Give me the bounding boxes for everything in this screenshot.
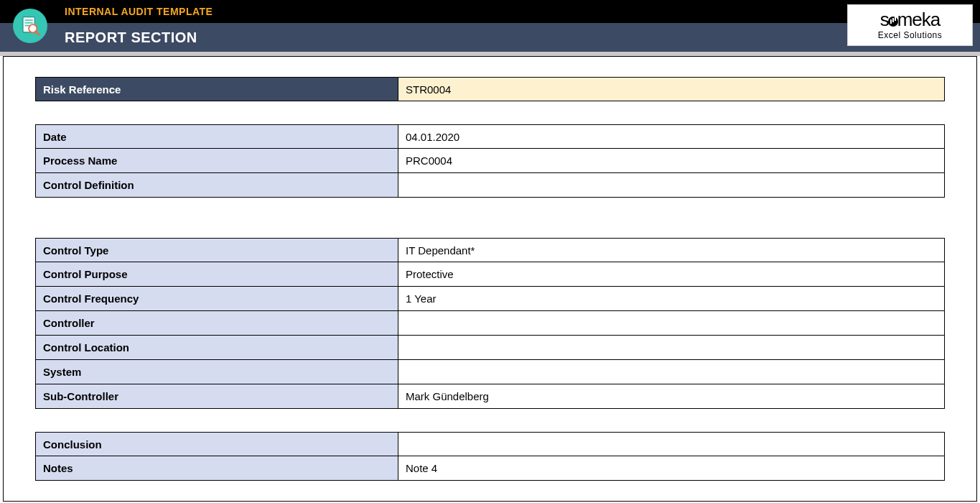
value-control-location[interactable] <box>398 336 944 359</box>
label-control-purpose: Control Purpose <box>36 262 398 286</box>
document-search-icon <box>13 9 47 43</box>
label-date: Date <box>36 125 398 148</box>
section-title: REPORT SECTION <box>65 29 197 46</box>
label-control-definition: Control Definition <box>36 173 398 197</box>
group-general: Date04.01.2020Process NamePRC0004Control… <box>35 124 945 198</box>
spacer <box>35 409 945 432</box>
row-sub-controller: Sub-ControllerMark Gündelberg <box>35 384 945 409</box>
template-title: INTERNAL AUDIT TEMPLATE <box>65 6 213 17</box>
header-slate-bar: REPORT SECTION <box>0 23 980 52</box>
row-control-definition: Control Definition <box>35 173 945 198</box>
label-control-location: Control Location <box>36 336 398 359</box>
header-black-bar: smeka Excel Solutions INTERNAL AUDIT TEM… <box>0 0 980 23</box>
value-control-purpose[interactable]: Protective <box>398 262 944 286</box>
label-system: System <box>36 360 398 384</box>
spacer <box>35 101 945 124</box>
row-controller: Controller <box>35 311 945 336</box>
value-conclusion[interactable] <box>398 433 944 456</box>
label-process-name: Process Name <box>36 149 398 172</box>
label-notes: Notes <box>36 456 398 480</box>
label-control-frequency: Control Frequency <box>36 287 398 310</box>
report-content: Risk Reference STR0004 Date04.01.2020Pro… <box>3 56 977 502</box>
row-system: System <box>35 360 945 384</box>
value-system[interactable] <box>398 360 944 384</box>
value-date[interactable]: 04.01.2020 <box>398 125 944 148</box>
value-control-definition[interactable] <box>398 173 944 197</box>
label-controller: Controller <box>36 311 398 335</box>
row-conclusion: Conclusion <box>35 432 945 456</box>
spacer <box>35 198 945 238</box>
value-controller[interactable] <box>398 311 944 335</box>
row-control-type: Control TypeIT Dependant* <box>35 238 945 262</box>
value-sub-controller[interactable]: Mark Gündelberg <box>398 384 944 408</box>
row-control-location: Control Location <box>35 336 945 360</box>
group-conclusion: ConclusionNotesNote 4 <box>35 432 945 481</box>
brand-logo: smeka Excel Solutions <box>847 4 973 46</box>
svg-rect-2 <box>25 22 33 24</box>
row-process-name: Process NamePRC0004 <box>35 149 945 173</box>
label-risk-reference: Risk Reference <box>36 78 398 101</box>
value-risk-reference[interactable]: STR0004 <box>398 78 944 101</box>
value-process-name[interactable]: PRC0004 <box>398 149 944 172</box>
row-risk-reference: Risk Reference STR0004 <box>35 77 945 101</box>
brand-tagline: Excel Solutions <box>878 30 943 40</box>
value-notes[interactable]: Note 4 <box>398 456 944 480</box>
label-sub-controller: Sub-Controller <box>36 384 398 408</box>
label-conclusion: Conclusion <box>36 433 398 456</box>
svg-line-5 <box>36 32 39 35</box>
row-notes: NotesNote 4 <box>35 456 945 481</box>
label-control-type: Control Type <box>36 239 398 262</box>
svg-rect-1 <box>25 19 33 21</box>
brand-name: smeka <box>880 10 941 29</box>
row-control-frequency: Control Frequency1 Year <box>35 287 945 311</box>
row-date: Date04.01.2020 <box>35 124 945 149</box>
value-control-type[interactable]: IT Dependant* <box>398 239 944 262</box>
row-control-purpose: Control PurposeProtective <box>35 262 945 287</box>
value-control-frequency[interactable]: 1 Year <box>398 287 944 310</box>
group-control: Control TypeIT Dependant*Control Purpose… <box>35 238 945 409</box>
